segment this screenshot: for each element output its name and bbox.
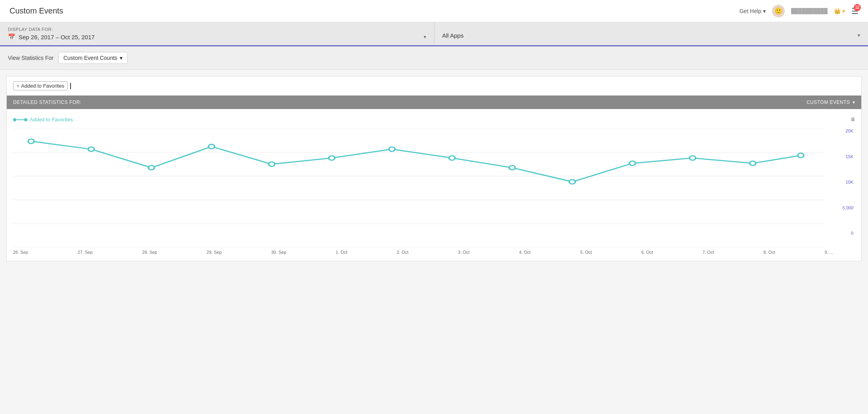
date-range-text: Sep 26, 2017 – Oct 25, 2017 [19, 34, 95, 40]
legend-label: Added to Favorites [30, 117, 73, 123]
chevron-down-icon: ▾ [763, 8, 766, 14]
calendar-icon: 📅 [8, 33, 15, 40]
notification-badge: 12 [854, 4, 861, 11]
date-filter-value[interactable]: 📅 Sep 26, 2017 – Oct 25, 2017 ▾ [8, 33, 426, 40]
svg-point-17 [690, 156, 696, 160]
display-data-label: DISPLAY DATA FOR: [8, 27, 426, 32]
x-label-3: 29. Sep [206, 250, 222, 255]
crown-area[interactable]: 👑 ▾ [834, 8, 845, 14]
app-filter-text: All Apps [442, 32, 464, 39]
svg-point-18 [750, 161, 756, 165]
get-help-button[interactable]: Get Help ▾ [740, 8, 766, 14]
stats-bar: View Statistics For Custom Event Counts … [0, 46, 868, 70]
svg-point-19 [798, 153, 804, 157]
custom-events-dropdown[interactable]: CUSTOM EVENTS ▾ [807, 100, 855, 105]
svg-point-6 [28, 139, 34, 144]
app-filter-value[interactable]: All Apps ▾ [442, 27, 860, 40]
username-label: ██████████ [791, 8, 828, 14]
svg-point-14 [509, 165, 515, 170]
text-cursor [70, 83, 71, 89]
detail-header-right: CUSTOM EVENTS ▾ [807, 100, 855, 105]
x-label-6: 2. Oct [397, 250, 408, 255]
x-label-8: 4. Oct [519, 250, 531, 255]
y-label-20k: 20K [845, 128, 853, 133]
svg-point-8 [148, 165, 154, 170]
chart-menu-icon[interactable]: ≡ [851, 115, 855, 124]
x-label-0: 26. Sep [13, 250, 28, 255]
x-axis-labels: 26. Sep 27. Sep 28. Sep 29. Sep 30. Sep … [13, 247, 833, 255]
x-label-2: 28. Sep [142, 250, 157, 255]
view-stats-label: View Statistics For [8, 55, 54, 61]
x-label-4: 30. Sep [271, 250, 286, 255]
custom-events-arrow: ▾ [853, 100, 855, 105]
x-label-11: 7. Oct [702, 250, 714, 255]
x-label-5: 1. Oct [336, 250, 347, 255]
page-title: Custom Events [10, 6, 63, 15]
selected-stat-label: Custom Event Counts [63, 55, 117, 61]
svg-point-7 [88, 147, 94, 151]
detail-header: DETAILED STATISTICS FOR: CUSTOM EVENTS ▾ [7, 96, 861, 109]
svg-point-11 [329, 156, 335, 160]
app-filter-section: All Apps ▾ [434, 22, 868, 45]
svg-point-16 [629, 161, 635, 165]
x-label-12: 8. Oct [763, 250, 775, 255]
svg-point-13 [449, 156, 455, 160]
custom-events-label: CUSTOM EVENTS [807, 100, 850, 105]
legend-dot [13, 118, 16, 121]
avatar: 🙂 [772, 5, 785, 17]
tag-label: Added to Favorites [21, 83, 64, 89]
tag-input-area[interactable]: × Added to Favorites [7, 77, 861, 96]
x-label-9: 5. Oct [580, 250, 592, 255]
detail-header-label: DETAILED STATISTICS FOR: [13, 100, 82, 105]
crown-chevron: ▾ [842, 8, 845, 14]
header-right: Get Help ▾ 🙂 ██████████ 👑 ▾ ☰ 12 [740, 5, 858, 17]
y-label-5k: 5,000 [842, 205, 853, 210]
y-label-15k: 15K [845, 154, 853, 159]
stats-dropdown[interactable]: Custom Event Counts ▾ [58, 52, 128, 64]
filter-bar: DISPLAY DATA FOR: 📅 Sep 26, 2017 – Oct 2… [0, 22, 868, 46]
y-label-0: 0 [851, 231, 853, 236]
svg-point-15 [569, 180, 575, 184]
x-label-10: 6. Oct [641, 250, 653, 255]
svg-point-12 [389, 147, 395, 151]
x-label-13: 9. ... [825, 250, 833, 255]
svg-point-9 [208, 144, 214, 149]
chart-svg [13, 128, 855, 247]
chart-area: Added to Favorites ≡ [7, 109, 861, 261]
y-axis-labels: 20K 15K 10K 5,000 0 [835, 128, 855, 236]
tag-remove-icon[interactable]: × [17, 84, 19, 88]
x-label-1: 27. Sep [78, 250, 93, 255]
y-label-10k: 10K [845, 180, 853, 184]
svg-point-10 [269, 162, 275, 166]
date-dropdown-arrow: ▾ [424, 34, 426, 40]
legend-dot-2 [24, 118, 27, 121]
crown-icon: 👑 [834, 8, 841, 14]
notification-button[interactable]: ☰ 12 [851, 6, 858, 16]
legend-line-left [16, 119, 24, 120]
chart-legend: Added to Favorites [13, 117, 73, 123]
main-content: × Added to Favorites DETAILED STATISTICS… [6, 76, 862, 261]
app-dropdown-arrow: ▾ [858, 33, 860, 38]
tag-added-to-favorites: × Added to Favorites [13, 81, 68, 90]
date-filter-section: DISPLAY DATA FOR: 📅 Sep 26, 2017 – Oct 2… [0, 22, 434, 45]
x-label-7: 3. Oct [458, 250, 469, 255]
app-header: Custom Events Get Help ▾ 🙂 ██████████ 👑 … [0, 0, 868, 22]
stats-dropdown-arrow: ▾ [120, 55, 122, 61]
chart-container: 20K 15K 10K 5,000 0 [13, 128, 855, 247]
get-help-label: Get Help [740, 8, 761, 14]
